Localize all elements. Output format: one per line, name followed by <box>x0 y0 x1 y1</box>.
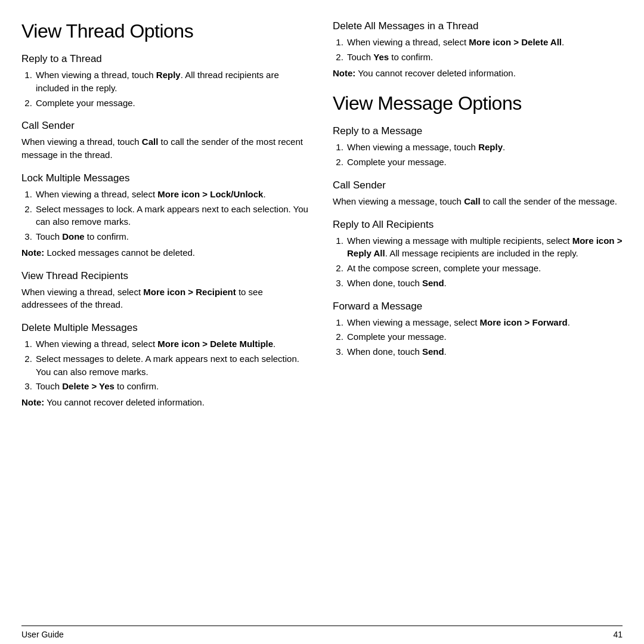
right-title: View Message Options <box>333 92 623 114</box>
footer: User Guide 41 <box>21 626 623 644</box>
right-column: Delete All Messages in a Thread When vie… <box>333 18 623 626</box>
call-sender-thread-text: When viewing a thread, touch Call to cal… <box>21 135 311 162</box>
section-heading-forward-message: Forward a Message <box>333 301 623 312</box>
list-item: When done, touch Send. <box>346 277 623 290</box>
delete-all-thread-note: Note: You cannot recover deleted informa… <box>333 67 623 80</box>
list-item: When viewing a thread, select More icon … <box>346 36 623 49</box>
page: View Thread Options Reply to a Thread Wh… <box>0 0 644 644</box>
forward-message-list: When viewing a message, select More icon… <box>346 316 623 358</box>
footer-right: 41 <box>613 630 623 639</box>
delete-multiple-list: When viewing a thread, select More icon … <box>35 338 311 393</box>
call-sender-message-text: When viewing a message, touch Call to ca… <box>333 195 623 208</box>
section-heading-lock-messages: Lock Multiple Messages <box>21 172 311 184</box>
section-heading-call-sender-message: Call Sender <box>333 179 623 191</box>
footer-left: User Guide <box>21 630 64 639</box>
reply-thread-list: When viewing a thread, touch Reply. All … <box>35 69 311 109</box>
section-heading-delete-all-thread: Delete All Messages in a Thread <box>333 20 623 32</box>
lock-messages-note: Note: Locked messages cannot be deleted. <box>21 246 311 259</box>
list-item: When viewing a thread, touch Reply. All … <box>35 69 311 95</box>
section-heading-view-recipients: View Thread Recipients <box>21 270 311 282</box>
content-columns: View Thread Options Reply to a Thread Wh… <box>21 18 623 626</box>
delete-all-thread-list: When viewing a thread, select More icon … <box>346 36 623 64</box>
list-item: Select messages to delete. A mark appear… <box>35 352 311 379</box>
reply-message-list: When viewing a message, touch Reply. Com… <box>346 141 623 169</box>
list-item: When viewing a thread, select More icon … <box>35 188 311 201</box>
delete-multiple-note: Note: You cannot recover deleted informa… <box>21 396 311 409</box>
list-item: When viewing a thread, select More icon … <box>35 338 311 351</box>
left-column: View Thread Options Reply to a Thread Wh… <box>21 18 311 626</box>
list-item: When viewing a message, touch Reply. <box>346 141 623 154</box>
section-heading-reply-thread: Reply to a Thread <box>21 53 311 65</box>
section-heading-reply-message: Reply to a Message <box>333 125 623 137</box>
left-title: View Thread Options <box>21 20 311 42</box>
list-item: At the compose screen, complete your mes… <box>346 262 623 275</box>
list-item: Complete your message. <box>346 156 623 169</box>
list-item: Touch Done to confirm. <box>35 230 311 243</box>
reply-all-list: When viewing a message with multiple rec… <box>346 234 623 290</box>
list-item: Complete your message. <box>35 97 311 110</box>
list-item: Touch Delete > Yes to confirm. <box>35 380 311 393</box>
list-item: When viewing a message, select More icon… <box>346 316 623 329</box>
section-heading-delete-multiple: Delete Multiple Messages <box>21 322 311 334</box>
list-item: When done, touch Send. <box>346 345 623 358</box>
lock-messages-list: When viewing a thread, select More icon … <box>35 188 311 243</box>
view-recipients-text: When viewing a thread, select More icon … <box>21 286 311 312</box>
section-heading-call-sender-thread: Call Sender <box>21 120 311 132</box>
list-item: Touch Yes to confirm. <box>346 51 623 64</box>
list-item: Select messages to lock. A mark appears … <box>35 203 311 229</box>
list-item: Complete your message. <box>346 330 623 343</box>
list-item: When viewing a message with multiple rec… <box>346 234 623 261</box>
section-heading-reply-all: Reply to All Recipients <box>333 219 623 231</box>
